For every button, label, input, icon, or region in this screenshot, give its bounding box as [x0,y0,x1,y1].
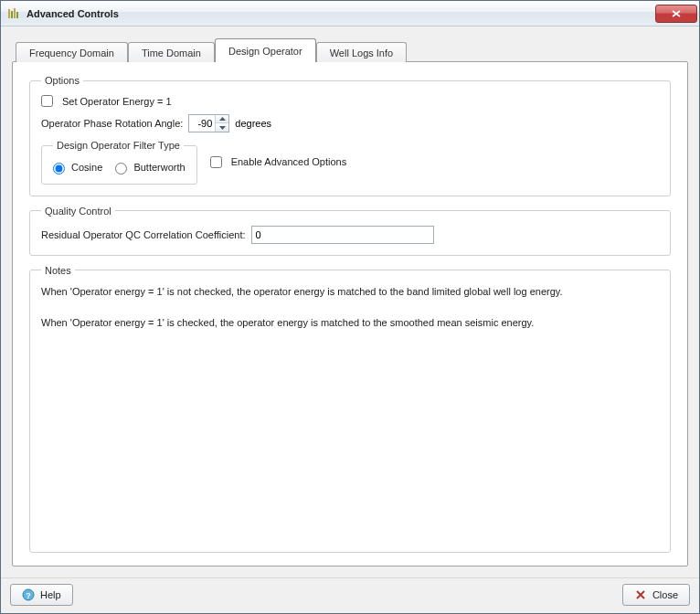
footer-bar: ? Help Close [1,577,699,613]
phase-rotation-label: Operator Phase Rotation Angle: [41,118,183,129]
tab-time-domain[interactable]: Time Domain [128,42,215,62]
close-button[interactable]: Close [622,584,690,606]
tab-frequency-domain[interactable]: Frequency Domain [16,42,128,62]
tab-well-logs-info[interactable]: Well Logs Info [316,42,408,62]
notes-paragraph-2: When 'Operator energy = 1' is checked, t… [41,316,659,331]
app-icon [6,6,21,21]
tab-panel-design-operator: Options Set Operator Energy = 1 Operator… [12,61,688,566]
enable-advanced-checkbox[interactable] [210,156,222,168]
cosine-radio[interactable] [53,163,65,175]
svg-rect-1 [11,11,13,18]
svg-rect-3 [16,12,18,18]
set-operator-energy-label: Set Operator Energy = 1 [62,96,172,107]
help-button[interactable]: ? Help [10,584,73,606]
filter-type-group: Design Operator Filter Type Cosine Butte… [41,140,197,185]
window: Advanced Controls Frequency Domain Time … [0,0,700,614]
content-area: Frequency Domain Time Domain Design Oper… [1,26,699,577]
quality-control-legend: Quality Control [41,206,115,217]
window-title: Advanced Controls [27,8,655,19]
cosine-radio-label: Cosine [71,162,102,173]
set-operator-energy-checkbox[interactable] [41,95,53,107]
tab-bar: Frequency Domain Time Domain Design Oper… [12,37,688,61]
quality-control-group: Quality Control Residual Operator QC Cor… [29,206,671,256]
butterworth-radio[interactable] [115,163,127,175]
qc-coefficient-label: Residual Operator QC Correlation Coeffic… [41,229,246,240]
butterworth-radio-wrapper[interactable]: Butterworth [115,162,185,175]
phase-rotation-spinner[interactable] [188,114,229,132]
window-close-button[interactable] [655,5,697,23]
notes-body: When 'Operator energy = 1' is not checke… [41,285,659,331]
svg-rect-2 [14,8,16,18]
qc-coefficient-input[interactable] [251,226,434,244]
svg-text:?: ? [26,591,31,600]
phase-rotation-units: degrees [235,118,271,129]
svg-rect-0 [8,9,10,18]
help-icon: ? [22,588,35,601]
help-button-label: Help [40,589,61,600]
close-icon [634,588,647,601]
tab-design-operator[interactable]: Design Operator [215,38,316,62]
options-group: Options Set Operator Energy = 1 Operator… [29,75,671,196]
notes-group: Notes When 'Operator energy = 1' is not … [29,265,671,553]
close-button-label: Close [652,589,678,600]
notes-paragraph-1: When 'Operator energy = 1' is not checke… [41,285,659,300]
spinner-down-button[interactable] [216,123,228,132]
filter-type-legend: Design Operator Filter Type [53,140,184,151]
spinner-up-button[interactable] [216,115,228,123]
options-legend: Options [41,75,83,86]
notes-legend: Notes [41,265,75,276]
titlebar: Advanced Controls [1,1,699,26]
cosine-radio-wrapper[interactable]: Cosine [53,162,102,175]
phase-rotation-input[interactable] [189,115,215,132]
enable-advanced-label: Enable Advanced Options [231,156,347,167]
butterworth-radio-label: Butterworth [133,162,185,173]
